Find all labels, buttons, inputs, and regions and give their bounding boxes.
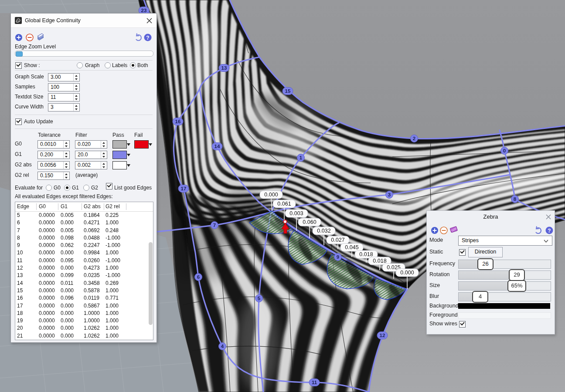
svg-text:4: 4 — [221, 344, 224, 349]
svg-text:11: 11 — [312, 380, 317, 385]
svg-text:0.000: 0.000 — [400, 270, 414, 276]
svg-text:7: 7 — [213, 223, 216, 228]
svg-text:0.003: 0.003 — [289, 210, 303, 216]
svg-text:9: 9 — [337, 254, 339, 260]
svg-text:12: 12 — [380, 333, 385, 338]
svg-text:0.018: 0.018 — [373, 258, 386, 264]
svg-text:0.027: 0.027 — [331, 237, 344, 243]
svg-text:15: 15 — [285, 88, 291, 94]
svg-text:14: 14 — [214, 144, 220, 149]
svg-text:6: 6 — [197, 274, 200, 280]
svg-text:2: 2 — [413, 136, 415, 141]
svg-text:0.060: 0.060 — [303, 219, 316, 225]
svg-text:16: 16 — [175, 119, 181, 124]
svg-text:1: 1 — [300, 155, 303, 160]
svg-text:?: ? — [146, 35, 149, 41]
svg-text:17: 17 — [181, 186, 187, 191]
svg-text:0.061: 0.061 — [277, 201, 291, 207]
svg-text:13: 13 — [221, 65, 227, 71]
svg-text:8: 8 — [514, 196, 517, 202]
svg-text:0.018: 0.018 — [359, 251, 373, 257]
svg-text:0: 0 — [503, 148, 506, 153]
svg-text:0.000: 0.000 — [264, 192, 278, 198]
svg-text:23: 23 — [141, 8, 147, 13]
svg-text:3: 3 — [388, 192, 391, 197]
svg-text:?: ? — [548, 228, 551, 234]
svg-text:5: 5 — [258, 296, 261, 301]
svg-text:0.045: 0.045 — [345, 244, 358, 250]
svg-text:0.032: 0.032 — [317, 228, 330, 234]
